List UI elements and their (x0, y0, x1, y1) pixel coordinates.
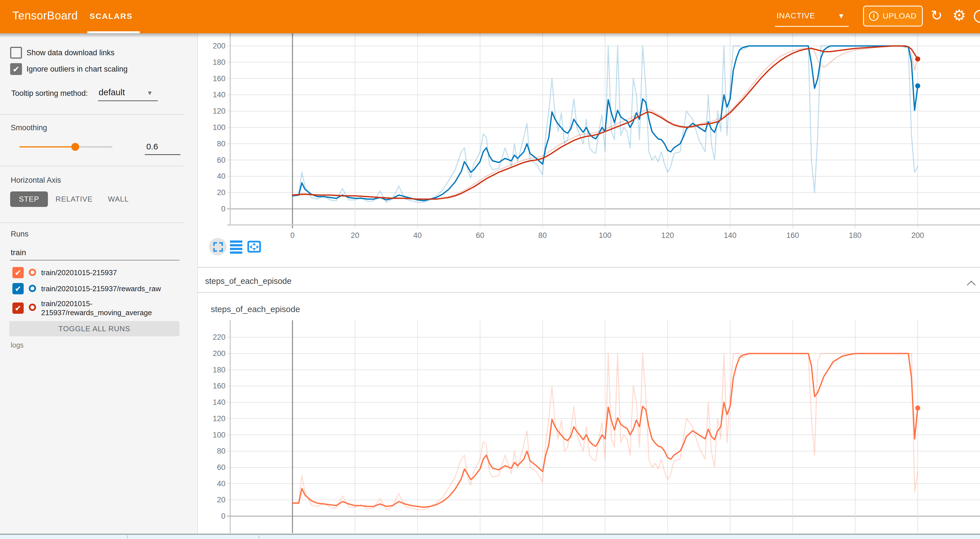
upload-button-label: UPLOAD (883, 11, 916, 21)
ignore-outliers-checkbox[interactable]: ✔ (10, 63, 22, 75)
status-dropdown[interactable]: INACTIVE (776, 11, 815, 20)
smoothing-value-underline (145, 154, 180, 155)
upload-button[interactable]: i UPLOAD (863, 6, 923, 27)
scalar-chart-rewards[interactable] (198, 33, 980, 231)
run-row: ✔ train/20201015-215937 (0, 267, 197, 279)
fit-domain-icon[interactable] (247, 241, 261, 253)
smoothing-slider-fill (19, 146, 75, 147)
run-filter-input[interactable]: train (11, 248, 26, 257)
smoothing-label: Smoothing (11, 123, 47, 132)
show-download-links-checkbox[interactable] (10, 47, 22, 59)
smoothing-slider-handle[interactable] (71, 143, 79, 151)
chevron-down-icon[interactable]: ▾ (148, 89, 151, 97)
run-row: ✔ train/20201015-215937/rewards_raw (0, 283, 197, 295)
header-shadow (0, 33, 980, 38)
run-checkbox[interactable]: ✔ (13, 303, 24, 314)
chart-card-title: steps_of_each_episode (211, 305, 300, 314)
tab-scalars[interactable]: SCALARS (90, 12, 133, 21)
divider (0, 166, 183, 166)
expand-chart-icon[interactable] (213, 242, 223, 252)
dropdown-underline (98, 100, 158, 101)
run-checkbox[interactable]: ✔ (13, 283, 24, 294)
status-dropdown-underline (775, 26, 849, 27)
svg-text:100: 100 (599, 231, 611, 239)
expand-corner (219, 242, 223, 246)
show-download-links-label: Show data download links (27, 47, 115, 59)
section-divider (198, 292, 980, 293)
tab-active-underline (88, 31, 140, 33)
svg-text:120: 120 (661, 231, 674, 239)
expand-corner (213, 242, 217, 246)
axis-wall-button[interactable]: WALL (99, 191, 137, 207)
expand-corner (219, 248, 223, 252)
svg-text:140: 140 (724, 231, 737, 239)
help-icon[interactable] (974, 10, 980, 23)
run-row: ✔ train/20201015-215937/rewards_moving_a… (0, 298, 197, 318)
svg-text:20: 20 (351, 231, 359, 239)
run-color-swatch[interactable] (29, 285, 36, 292)
runs-heading: Runs (11, 230, 29, 239)
tooltip-sorting-dropdown[interactable]: default (99, 88, 125, 97)
section-header-title: steps_of_each_episode (205, 277, 291, 286)
app-title: TensorBoard (13, 9, 78, 22)
run-color-swatch[interactable] (29, 304, 36, 311)
scalar-chart-steps[interactable] (198, 310, 980, 533)
smoothing-value[interactable]: 0.6 (141, 142, 164, 151)
svg-text:60: 60 (476, 231, 484, 239)
svg-text:200: 200 (911, 231, 924, 239)
svg-text:0: 0 (290, 231, 294, 239)
run-color-swatch[interactable] (29, 269, 36, 276)
strip-tick (127, 535, 128, 539)
divider (0, 114, 183, 115)
expand-corner (213, 248, 217, 252)
gear-icon[interactable]: ⚙ (952, 8, 966, 23)
run-label: train/20201015-215937/rewards_raw (41, 284, 161, 293)
svg-text:80: 80 (538, 231, 547, 239)
info-icon: i (869, 11, 878, 21)
svg-text:160: 160 (786, 231, 799, 239)
divider (0, 222, 183, 223)
chevron-down-icon[interactable]: ▾ (839, 11, 843, 21)
svg-text:180: 180 (849, 231, 862, 239)
run-label: train/20201015-215937 (41, 268, 117, 277)
strip-tick (259, 535, 259, 539)
top-app-bar: TensorBoard SCALARS INACTIVE ▾ i UPLOAD … (0, 0, 980, 33)
next-card-strip (0, 535, 980, 539)
log-scale-toggle-icon[interactable] (230, 241, 242, 255)
tooltip-sorting-label: Tooltip sorting method: (11, 89, 88, 98)
ignore-outliers-label: Ignore outliers in chart scaling (27, 63, 128, 75)
svg-text:40: 40 (414, 231, 422, 239)
toggle-all-runs-button[interactable]: TOGGLE ALL RUNS (9, 321, 180, 336)
run-checkbox[interactable]: ✔ (13, 267, 24, 278)
card-divider (198, 267, 980, 268)
refresh-icon[interactable]: ↻ (931, 8, 942, 22)
settings-sidebar: Show data download links ✔ Ignore outlie… (0, 33, 198, 534)
axis-step-button[interactable]: STEP (10, 191, 48, 207)
horizontal-axis-label: Horizontal Axis (11, 176, 61, 185)
axis-relative-button[interactable]: RELATIVE (55, 191, 93, 207)
runs-footer-text: logs (11, 341, 24, 349)
run-label: train/20201015-215937/rewards_moving_ave… (41, 299, 188, 317)
run-filter-underline (10, 260, 180, 260)
tensorboard-app: 0204060801001201401601802000204060801001… (0, 0, 980, 539)
